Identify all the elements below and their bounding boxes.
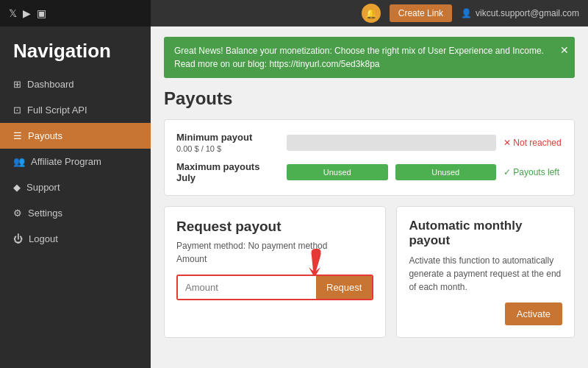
settings-icon: ⚙	[13, 208, 22, 219]
arrow-hint-icon	[293, 245, 329, 278]
auto-payout-card: Automatic monthly payout Activate this f…	[396, 206, 575, 338]
user-icon: 👤	[461, 8, 472, 18]
banner-close-button[interactable]: ✕	[560, 43, 569, 58]
maximum-payout-status: ✓ Payouts left	[503, 167, 562, 177]
maximum-payout-bar-1: Unused	[287, 164, 388, 180]
sidebar-title: Navigation	[0, 26, 151, 71]
maximum-payout-row: Maximum payouts July Unused Unused ✓ Pay…	[176, 161, 562, 183]
payouts-icon: ☰	[13, 130, 22, 141]
minimum-payout-label: Minimum payout 0.00 $ / 10 $	[176, 132, 279, 154]
sidebar-social-icons: 𝕏 ▶ ▣	[0, 0, 151, 26]
activate-button[interactable]: Activate	[505, 302, 562, 325]
instagram-icon[interactable]: ▣	[37, 7, 46, 19]
sidebar-item-dashboard[interactable]: ⊞ Dashboard	[0, 71, 151, 97]
request-payout-subtitle: Payment method: No payment method Amount	[176, 239, 373, 266]
request-payout-title: Request payout	[176, 219, 373, 235]
minimum-payout-row: Minimum payout 0.00 $ / 10 $ ✕ Not reach…	[176, 132, 562, 154]
twitter-icon[interactable]: 𝕏	[9, 7, 17, 19]
create-link-button[interactable]: Create Link	[390, 4, 452, 22]
minimum-payout-bar	[287, 135, 496, 151]
content-area: Great News! Balance your monetization: C…	[151, 26, 588, 368]
logout-icon: ⏻	[13, 233, 23, 244]
payout-info-card: Minimum payout 0.00 $ / 10 $ ✕ Not reach…	[164, 119, 575, 196]
api-icon: ⊡	[13, 105, 21, 116]
youtube-icon[interactable]: ▶	[23, 7, 31, 19]
request-payout-card: Request payout Payment method: No paymen…	[164, 206, 386, 338]
amount-input[interactable]	[178, 276, 316, 299]
support-icon: ◆	[13, 182, 21, 193]
info-banner: Great News! Balance your monetization: C…	[164, 37, 575, 78]
sidebar-item-support[interactable]: ◆ Support	[0, 174, 151, 200]
notification-bell[interactable]: 🔔	[362, 4, 381, 23]
page-title: Payouts	[164, 88, 575, 109]
sidebar-item-payouts[interactable]: ☰ Payouts	[0, 123, 151, 149]
sidebar-item-affiliate-program[interactable]: 👥 Affiliate Program	[0, 149, 151, 174]
request-button[interactable]: Request	[316, 276, 372, 299]
maximum-payout-label: Maximum payouts July	[176, 161, 279, 183]
dashboard-icon: ⊞	[13, 79, 21, 90]
sidebar: 𝕏 ▶ ▣ Navigation ⊞ Dashboard ⊡ Full Scri…	[0, 0, 151, 368]
minimum-payout-status: ✕ Not reached	[503, 138, 562, 148]
auto-payout-title: Automatic monthly payout	[409, 219, 562, 248]
main-content: 🔔 Create Link 👤 vikcut.support@gmail.com…	[151, 0, 588, 368]
bottom-grid: Request payout Payment method: No paymen…	[164, 206, 575, 338]
sidebar-item-settings[interactable]: ⚙ Settings	[0, 200, 151, 226]
sidebar-item-full-script-api[interactable]: ⊡ Full Script API	[0, 97, 151, 123]
auto-payout-description: Activate this function to automatically …	[409, 254, 562, 294]
sidebar-item-logout[interactable]: ⏻ Logout	[0, 226, 151, 252]
amount-input-row: Request	[176, 275, 373, 300]
affiliate-icon: 👥	[13, 156, 25, 167]
user-email: 👤 vikcut.support@gmail.com	[461, 8, 579, 18]
topbar: 🔔 Create Link 👤 vikcut.support@gmail.com	[151, 0, 588, 26]
maximum-payout-bar-2: Unused	[395, 164, 497, 180]
